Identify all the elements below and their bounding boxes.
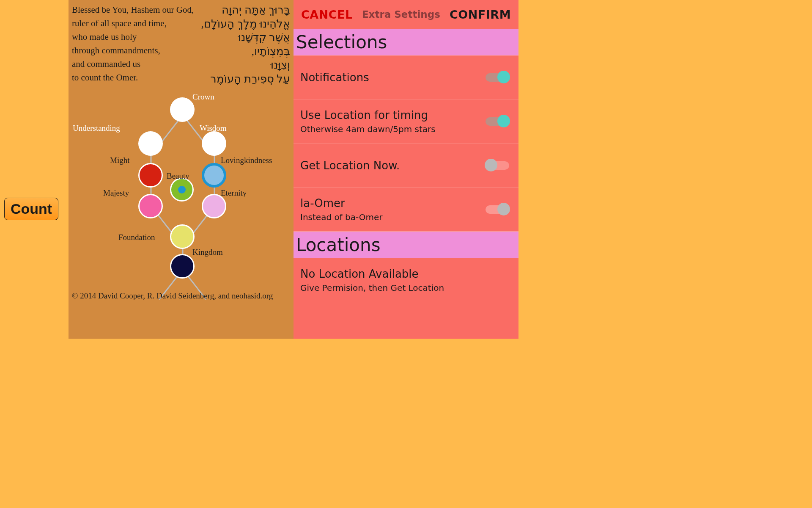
row-no-location-sub: Give Permision, then Get Location: [300, 283, 444, 293]
node-understanding[interactable]: [138, 131, 163, 156]
row-use-location-label: Use Location for timing: [300, 109, 436, 121]
node-foundation[interactable]: [170, 224, 195, 249]
node-might[interactable]: [138, 163, 163, 188]
cancel-button[interactable]: CANCEL: [301, 8, 353, 21]
label-wisdom: Wisdom: [200, 124, 227, 133]
node-crown[interactable]: [170, 97, 195, 122]
node-beauty[interactable]: [170, 178, 194, 202]
toggle-notifications[interactable]: [486, 73, 509, 82]
row-la-omer-label: la-Omer: [300, 197, 383, 210]
section-locations: Locations: [294, 232, 518, 258]
left-panel: Blessed be You, Hashem our God, ruler of…: [69, 0, 294, 339]
row-get-location-label: Get Location Now.: [300, 159, 400, 172]
node-kingdom[interactable]: [170, 254, 195, 279]
label-eternity: Eternity: [221, 188, 247, 198]
section-selections: Selections: [294, 29, 518, 55]
label-beauty: Beauty: [167, 171, 189, 181]
node-majesty[interactable]: [138, 194, 163, 218]
row-no-location[interactable]: No Location Available Give Permision, th…: [294, 258, 518, 302]
row-use-location[interactable]: Use Location for timing Otherwise 4am da…: [294, 99, 518, 144]
blessing-block: Blessed be You, Hashem our God, ruler of…: [72, 3, 290, 86]
label-understanding: Understanding: [73, 124, 120, 133]
label-foundation: Foundation: [118, 233, 155, 242]
label-lovingkindness: Lovingkindness: [221, 156, 272, 165]
settings-dialog: CANCEL Extra Settings CONFIRM Selections…: [294, 0, 518, 339]
toggle-use-location[interactable]: [486, 117, 509, 126]
blessing-hebrew: בָּרוּךְ אַתָּה יְהוָה אֱלֹהֵינוּ מֶלֶךְ…: [201, 3, 291, 86]
row-no-location-label: No Location Available: [300, 268, 444, 280]
main-frame: Blessed be You, Hashem our God, ruler of…: [69, 0, 518, 339]
copyright-text: © 2014 David Cooper, R. David Seidenberg…: [72, 291, 273, 301]
row-la-omer-sub: Instead of ba-Omer: [300, 212, 383, 222]
row-get-location[interactable]: Get Location Now.: [294, 144, 518, 188]
dialog-title: Extra Settings: [362, 9, 440, 20]
label-crown: Crown: [192, 92, 214, 102]
row-notifications-label: Notifications: [300, 71, 369, 84]
blessing-english: Blessed be You, Hashem our God, ruler of…: [72, 3, 194, 86]
label-kingdom: Kingdom: [192, 248, 223, 257]
row-notifications[interactable]: Notifications: [294, 55, 518, 99]
row-use-location-sub: Otherwise 4am dawn/5pm stars: [300, 124, 436, 134]
toggle-get-location[interactable]: [486, 161, 509, 170]
node-lovingkindness[interactable]: [202, 163, 226, 188]
row-la-omer[interactable]: la-Omer Instead of ba-Omer: [294, 188, 518, 232]
toggle-la-omer[interactable]: [486, 205, 509, 214]
sefirot-tree: Crown Understanding Wisdom Might Lovingk…: [69, 89, 294, 292]
node-wisdom[interactable]: [202, 131, 226, 156]
confirm-button[interactable]: CONFIRM: [450, 8, 511, 21]
label-majesty: Majesty: [103, 188, 129, 198]
count-button[interactable]: Count: [4, 198, 58, 220]
dialog-header: CANCEL Extra Settings CONFIRM: [294, 0, 518, 29]
label-might: Might: [110, 156, 129, 165]
